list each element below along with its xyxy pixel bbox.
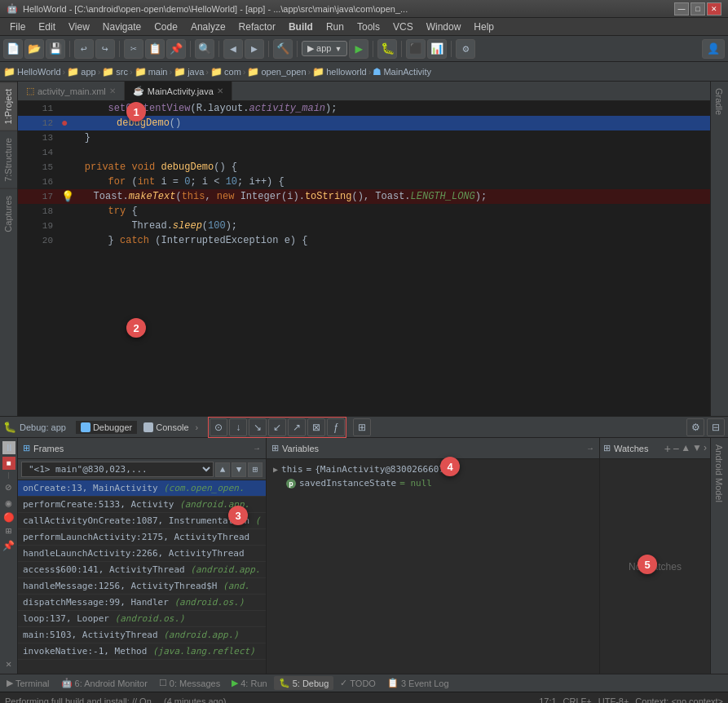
view-breakpoints-btn[interactable]: ◉	[6, 497, 12, 510]
back-button[interactable]: ◀	[223, 39, 243, 59]
menu-help[interactable]: Help	[467, 20, 501, 34]
frame-item-5[interactable]: access$600:141, ActivityThread (android.…	[18, 562, 266, 578]
frame-thread-select[interactable]: "<1> main"@830,023,...	[21, 462, 214, 477]
breadcrumb-helloworld[interactable]: 📁 HelloWorld	[3, 66, 61, 77]
android-model-label[interactable]: Android Model	[711, 438, 728, 509]
breadcrumb-main[interactable]: 📁 main	[135, 66, 168, 77]
watches-add-btn[interactable]: +	[664, 442, 671, 455]
breadcrumb-mainactivity[interactable]: ☗ MainActivity	[373, 66, 431, 77]
save-button[interactable]: 💾	[46, 39, 65, 59]
menu-refactor[interactable]: Refactor	[232, 20, 282, 34]
breadcrumb-app[interactable]: 📁 app	[67, 66, 95, 77]
debugger-tab[interactable]: Debugger	[76, 421, 137, 434]
sidebar-tab-project[interactable]: 1:Project	[0, 82, 17, 130]
watches-menu-btn[interactable]: ›	[704, 442, 707, 455]
breadcrumb-open-open[interactable]: 📁 open_open	[247, 66, 306, 77]
menu-vcs[interactable]: VCS	[386, 20, 420, 34]
evaluate-button[interactable]: ƒ	[327, 418, 345, 436]
breadcrumb-java[interactable]: 📁 java	[174, 66, 204, 77]
run-button[interactable]: ▶	[349, 39, 368, 59]
coverage-button[interactable]: 📊	[427, 39, 447, 59]
crlf-indicator[interactable]: CRLF+	[563, 696, 592, 704]
user-profile-button[interactable]: 👤	[702, 39, 725, 59]
menu-tools[interactable]: Tools	[351, 20, 386, 34]
open-button[interactable]: 📂	[24, 39, 44, 59]
menu-window[interactable]: Window	[420, 20, 468, 34]
watches-down-btn[interactable]: ▼	[692, 442, 702, 455]
undo-button[interactable]: ↩	[74, 39, 94, 59]
forward-button[interactable]: ▶	[245, 39, 264, 59]
tab-mainactivity-java[interactable]: ☕ MainActivity.java ✕	[125, 82, 232, 100]
watches-remove-btn[interactable]: −	[673, 442, 679, 455]
encoding-indicator[interactable]: UTF-8+	[598, 696, 629, 704]
frame-item-6[interactable]: handleMessage:1256, ActivityThread$H (an…	[18, 578, 266, 595]
close-debug-btn[interactable]: ✕	[6, 658, 11, 670]
settings-debug-button[interactable]: ⚙	[686, 418, 704, 436]
maximize-button[interactable]: □	[690, 2, 705, 15]
sidebar-tab-structure[interactable]: 7:Structure	[0, 130, 17, 188]
mute-breakpoints-btn[interactable]: ⊘	[6, 481, 12, 494]
frame-filter-btn[interactable]: ⊞	[248, 462, 263, 477]
menu-view[interactable]: View	[62, 20, 96, 34]
get-thread-dump-btn[interactable]: 🔴	[3, 512, 15, 523]
frame-down-btn[interactable]: ▼	[232, 462, 246, 477]
app-configuration-combo[interactable]: ▶ app ▼	[302, 41, 347, 56]
sidebar-tab-captures[interactable]: Captures	[0, 188, 17, 239]
restore-layout-btn[interactable]: ⊞	[6, 525, 11, 537]
watches-up-btn[interactable]: ▲	[681, 442, 690, 455]
debug-status-btn[interactable]: 🐛 5: Debug	[274, 676, 334, 690]
console-tab[interactable]: Console	[139, 421, 193, 434]
frame-up-btn[interactable]: ▲	[215, 462, 230, 477]
copy-button[interactable]: 📋	[145, 39, 165, 59]
breadcrumb-src[interactable]: 📁 src	[102, 66, 128, 77]
todo-status-btn[interactable]: ✓ TODO	[335, 676, 381, 690]
pause-btn[interactable]: ⏸	[2, 441, 15, 454]
new-file-button[interactable]: 📄	[3, 39, 23, 59]
menu-navigate[interactable]: Navigate	[96, 20, 148, 34]
menu-code[interactable]: Code	[148, 20, 184, 34]
layout-debug-button[interactable]: ⊟	[707, 418, 725, 436]
show-execution-point-button[interactable]: ⊙	[210, 418, 227, 436]
breadcrumb-com[interactable]: 📁 com	[210, 66, 241, 77]
close-button[interactable]: ✕	[707, 2, 721, 15]
tab-xml-close-icon[interactable]: ✕	[109, 86, 116, 95]
stop-button[interactable]: ⬛	[406, 39, 426, 59]
settings-button[interactable]: ⚙	[456, 39, 475, 59]
menu-analyze[interactable]: Analyze	[184, 20, 232, 34]
code-editor[interactable]: 11 setContentView(R.layout.activity_main…	[18, 101, 710, 416]
search-button[interactable]: 🔍	[195, 39, 214, 59]
pin-btn[interactable]: 📌	[2, 540, 15, 552]
redo-button[interactable]: ↪	[95, 39, 115, 59]
build-hammer-button[interactable]: 🔨	[273, 39, 293, 59]
frame-item-7[interactable]: dispatchMessage:99, Handler (android.os.…	[18, 595, 266, 611]
tab-java-close-icon[interactable]: ✕	[217, 86, 223, 95]
frame-item-9[interactable]: main:5103, ActivityThread (android.app.)	[18, 627, 266, 643]
paste-button[interactable]: 📌	[166, 39, 186, 59]
alt-console-button[interactable]: ⊞	[353, 418, 371, 436]
frame-item-10[interactable]: invokeNative:-1, Method (java.lang.refle…	[18, 643, 266, 660]
android-monitor-status-btn[interactable]: 🤖 6: Android Monitor	[56, 676, 152, 690]
menu-edit[interactable]: Edit	[32, 20, 62, 34]
frame-item-3[interactable]: performLaunchActivity:2175, ActivityThre…	[18, 529, 266, 546]
android-model-tab[interactable]: Android Model	[710, 438, 728, 674]
expand-icon-this[interactable]: ▶	[273, 465, 278, 474]
frame-item-8[interactable]: loop:137, Looper (android.os.)	[18, 611, 266, 627]
minimize-button[interactable]: —	[674, 2, 689, 15]
frame-item-0[interactable]: onCreate:13, MainActivity (com.open_open…	[18, 480, 266, 497]
menu-build[interactable]: Build	[282, 20, 320, 34]
run-status-btn[interactable]: ▶ 4: Run	[227, 676, 271, 690]
step-out-button[interactable]: ↗	[288, 418, 306, 436]
messages-status-btn[interactable]: ☐ 0: Messages	[154, 676, 225, 690]
drop-frame-button[interactable]: ⊠	[307, 418, 325, 436]
sidebar-tab-gradle[interactable]: Gradle	[711, 82, 728, 122]
debug-button[interactable]: 🐛	[377, 39, 397, 59]
stop-debug-btn[interactable]: ■	[2, 457, 15, 470]
cut-button[interactable]: ✂	[124, 39, 143, 59]
cursor-position[interactable]: 17:1	[539, 696, 556, 704]
force-step-into-button[interactable]: ↙	[268, 418, 286, 436]
frame-item-4[interactable]: handleLaunchActivity:2266, ActivityThrea…	[18, 546, 266, 562]
tab-activity-main-xml[interactable]: ⬚ activity_main.xml ✕	[18, 82, 125, 100]
step-into-button[interactable]: ↘	[249, 418, 267, 436]
menu-file[interactable]: File	[3, 20, 32, 34]
terminal-status-btn[interactable]: ▶ Terminal	[2, 676, 55, 690]
